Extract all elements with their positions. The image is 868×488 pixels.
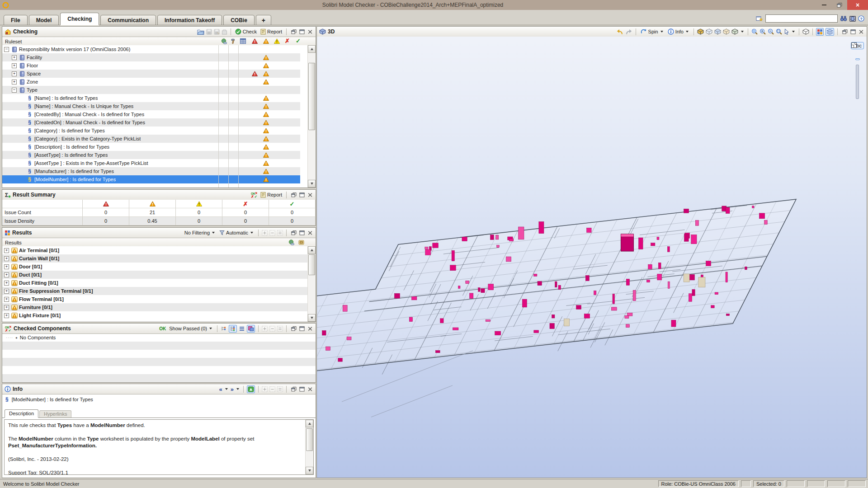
panel-detach-button[interactable]	[307, 29, 313, 35]
expander-plus-icon[interactable]: +	[12, 63, 17, 68]
spin-dropdown[interactable]: Spin	[639, 28, 665, 35]
result-category-row[interactable]: +Air Terminal [0/1]	[2, 246, 308, 254]
redo-icon[interactable]	[625, 29, 632, 35]
panel-maximize-button[interactable]	[299, 386, 305, 392]
chevron-down-icon[interactable]	[225, 388, 228, 390]
panel-restore-button[interactable]	[291, 230, 297, 236]
open-ruleset-icon[interactable]	[197, 29, 204, 35]
result-category-row[interactable]: +Flow Terminal [0/1]	[2, 295, 308, 303]
save-icon[interactable]	[206, 29, 212, 35]
panel-detach-button[interactable]	[858, 29, 864, 35]
result-category-row[interactable]: +Curtain Wall [0/1]	[2, 254, 308, 263]
ruleset-tree-row[interactable]: §[Category] : Is defined for Types	[2, 127, 300, 135]
scroll-down-button[interactable]	[308, 314, 316, 322]
menu-tab-checking[interactable]: Checking	[60, 13, 99, 25]
ruleset-tree-row[interactable]: +Facility	[2, 53, 300, 61]
result-category-row[interactable]: +Light Fixture [0/1]	[2, 311, 308, 319]
result-category-row[interactable]: +Furniture [0/1]	[2, 303, 308, 311]
ruleset-tree-row[interactable]: +Zone	[2, 78, 300, 86]
zoom-in-icon[interactable]	[760, 28, 766, 35]
scroll-up-button[interactable]	[306, 420, 313, 427]
presentation-icon[interactable]	[849, 16, 856, 22]
viewport-3d-scene[interactable]: Abc	[317, 37, 867, 478]
menu-tab-file[interactable]: File	[4, 15, 28, 25]
collapse-all-icon[interactable]	[269, 386, 275, 392]
floorplan-toggle-icon[interactable]	[855, 58, 860, 60]
scroll-down-button[interactable]	[308, 180, 316, 188]
collapse-all-icon[interactable]	[269, 230, 275, 236]
hide-selected-icon[interactable]	[706, 28, 712, 35]
panel-detach-button[interactable]	[307, 386, 313, 392]
panel-maximize-button[interactable]	[850, 29, 856, 35]
ruleset-tree-row[interactable]: +Space	[2, 70, 300, 78]
result-category-row[interactable]: +Door [0/1]	[2, 263, 308, 271]
auto-update-icon[interactable]	[247, 385, 255, 393]
scrollbar-thumb[interactable]	[306, 428, 313, 451]
zoom-to-selection-icon[interactable]	[751, 28, 758, 35]
results-column-header[interactable]: Results	[2, 238, 316, 247]
panel-maximize-button[interactable]	[299, 326, 305, 332]
help-icon[interactable]: ?	[858, 15, 864, 22]
expand-all-icon[interactable]	[262, 386, 268, 392]
minimize-button[interactable]	[816, 0, 832, 10]
nav-forward-button[interactable]: »	[231, 386, 234, 393]
chevron-down-icon[interactable]	[792, 31, 795, 33]
expander-plus-icon[interactable]: +	[4, 289, 9, 294]
search-icon[interactable]	[840, 16, 847, 21]
panel-restore-button[interactable]	[842, 29, 848, 35]
expander-plus-icon[interactable]: +	[4, 313, 9, 318]
isolate-icon[interactable]	[723, 28, 730, 35]
ruleset-tree-row[interactable]: §[Name] : Manual Check - Is Unique for T…	[2, 102, 300, 110]
expander-plus-icon[interactable]: +	[4, 305, 9, 310]
panel-maximize-button[interactable]	[299, 230, 305, 236]
role-indicator[interactable]: Role: COBie-US OmniClass 2006	[658, 480, 739, 487]
ruleset-tree-row[interactable]: §[Category] : Exists in the Category-Typ…	[2, 135, 300, 143]
autorun-icon[interactable]: OK✗✓	[250, 192, 258, 198]
menu-tab-communication[interactable]: Communication	[100, 15, 156, 25]
expander-minus-icon[interactable]: −	[4, 47, 9, 52]
ruleset-tree-row[interactable]: §[Description] : Is defined for Types	[2, 143, 300, 151]
expand-all-icon[interactable]	[262, 326, 268, 332]
expander-plus-icon[interactable]: +	[4, 297, 9, 302]
expand-selected-icon[interactable]	[277, 230, 283, 236]
chevron-down-icon[interactable]	[741, 31, 744, 33]
zoom-window-icon[interactable]	[776, 28, 782, 35]
search-input[interactable]	[765, 14, 838, 23]
expander-plus-icon[interactable]: +	[4, 248, 9, 253]
ruleset-basket-icon[interactable]	[222, 29, 227, 35]
show-selected-icon[interactable]	[714, 28, 721, 35]
automatic-dropdown[interactable]: Automatic	[218, 230, 255, 236]
result-category-row[interactable]: +Duct Fitting [0/1]	[2, 279, 308, 287]
ruleset-tree-row[interactable]: §[Name] : Is defined for Types	[2, 94, 300, 102]
panel-restore-button[interactable]	[291, 386, 297, 392]
info-mode-dropdown[interactable]: Info	[667, 28, 690, 35]
save-as-icon[interactable]	[214, 29, 220, 35]
menu-tab-add[interactable]: +	[256, 15, 271, 25]
scroll-up-button[interactable]	[308, 45, 316, 53]
select-pointer-icon[interactable]	[784, 28, 789, 35]
expander-plus-icon[interactable]: +	[4, 264, 9, 269]
scrollbar-thumb[interactable]	[308, 63, 315, 130]
panel-restore-button[interactable]	[291, 326, 297, 332]
ruleset-tree-row[interactable]: −Type	[2, 86, 300, 94]
show-all-icon[interactable]	[697, 28, 704, 35]
ruleset-tree-row[interactable]: §[AssetType] : Is defined for Types	[2, 151, 300, 159]
nav-back-button[interactable]: «	[219, 386, 222, 393]
chevron-down-icon[interactable]	[236, 388, 239, 390]
ruleset-tree-row[interactable]: §[AssetType ] : Exists in the Type-Asset…	[2, 159, 300, 167]
ruleset-tree-row[interactable]: +Floor	[2, 61, 300, 70]
expander-plus-icon[interactable]: +	[4, 281, 9, 286]
panel-detach-button[interactable]	[307, 326, 313, 332]
menu-tab-model[interactable]: Model	[29, 15, 59, 25]
scrollbar-thumb[interactable]	[308, 254, 315, 275]
ruleset-tree-row[interactable]: §[CreatedOn] : Manual Check - Is defined…	[2, 118, 300, 127]
ruleset-column-header[interactable]: Ruleset ✗ ✓	[2, 37, 316, 46]
panel-restore-button[interactable]	[291, 29, 297, 35]
scrollbar-track[interactable]	[308, 254, 316, 314]
scrollbar-track[interactable]	[308, 53, 316, 180]
panel-detach-button[interactable]	[307, 230, 313, 236]
result-category-row[interactable]: +Duct [0/1]	[2, 271, 308, 279]
grouping-flat-icon[interactable]	[221, 326, 227, 332]
layers-icon[interactable]	[826, 28, 834, 36]
panel-maximize-button[interactable]	[299, 29, 305, 35]
